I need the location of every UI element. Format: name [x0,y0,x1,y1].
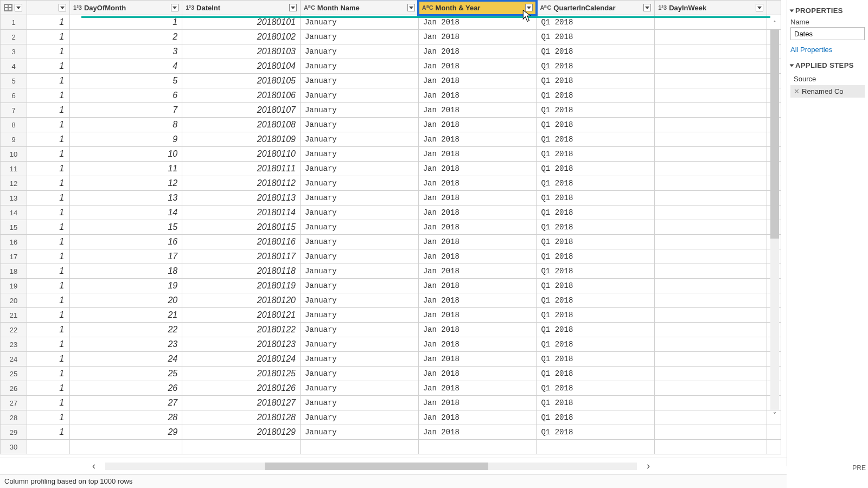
scroll-thumb[interactable] [770,29,779,239]
cell-quarter[interactable]: Q1 2018 [537,176,655,191]
cell-quarter[interactable]: Q1 2018 [537,118,655,132]
cell-prev-col[interactable]: 1 [27,396,70,410]
cell-dayinweek[interactable] [655,308,767,323]
cell-dayofmonth[interactable]: 24 [70,352,182,367]
cell-monthname[interactable]: January [300,176,418,191]
cell-dateint[interactable]: 20180124 [182,352,301,367]
cell-dayinweek[interactable] [655,30,767,44]
applied-step-source[interactable]: Source [790,73,865,85]
filter-dropdown-icon[interactable] [289,4,297,11]
cell-monthname[interactable]: January [300,323,418,337]
table-row[interactable]: 2112120180121JanuaryJan 2018Q1 2018 [1,308,781,323]
table-row[interactable]: 1311320180113JanuaryJan 2018Q1 2018 [1,191,781,206]
cell-dayofmonth[interactable]: 17 [70,249,182,264]
table-row[interactable]: 2212220180122JanuaryJan 2018Q1 2018 [1,323,781,337]
cell-prev-col[interactable]: 1 [27,191,70,206]
cell-dayinweek[interactable] [655,44,767,59]
cell-monthyear[interactable]: Jan 2018 [418,132,537,147]
cell-quarter[interactable]: Q1 2018 [537,293,655,308]
cell-quarter[interactable]: Q1 2018 [537,352,655,367]
cell-monthname[interactable]: January [300,206,418,220]
cell-dayinweek[interactable] [655,249,767,264]
cell-quarter[interactable]: Q1 2018 [537,381,655,396]
cell-dayinweek[interactable] [655,118,767,132]
cell-prev-col[interactable]: 1 [27,367,70,381]
cell-quarter[interactable]: Q1 2018 [537,396,655,410]
cell-dayofmonth[interactable]: 21 [70,308,182,323]
cell-dayofmonth[interactable]: 22 [70,323,182,337]
cell-monthyear[interactable]: Jan 2018 [418,162,537,176]
cell-dateint[interactable]: 20180121 [182,308,301,323]
cell-monthname[interactable]: January [300,59,418,74]
cell-dayinweek[interactable] [655,440,767,454]
cell-dayofmonth[interactable]: 4 [70,59,182,74]
table-row[interactable]: 41420180104JanuaryJan 2018Q1 2018 [1,59,781,74]
table-row[interactable]: 1011020180110JanuaryJan 2018Q1 2018 [1,147,781,162]
cell-quarter[interactable]: Q1 2018 [537,323,655,337]
cell-monthname[interactable]: January [300,396,418,410]
cell-dayofmonth[interactable]: 19 [70,279,182,293]
cell-monthyear[interactable]: Jan 2018 [418,220,537,235]
cell-dayofmonth[interactable] [70,440,182,454]
table-row[interactable]: 2812820180128JanuaryJan 2018Q1 2018 [1,410,781,425]
cell-dayinweek[interactable] [655,191,767,206]
filter-dropdown-icon[interactable] [171,4,178,11]
cell-dateint[interactable]: 20180117 [182,249,301,264]
cell-dayinweek[interactable] [655,103,767,118]
cell-prev-col[interactable]: 1 [27,249,70,264]
cell-dateint[interactable]: 20180129 [182,425,301,440]
table-row[interactable]: 2012020180120JanuaryJan 2018Q1 2018 [1,293,781,308]
cell-monthyear[interactable]: Jan 2018 [418,352,537,367]
cell-quarter[interactable] [537,440,655,454]
cell-prev-col[interactable]: 1 [27,147,70,162]
cell-dateint[interactable]: 20180109 [182,132,301,147]
cell-dayofmonth[interactable]: 18 [70,264,182,279]
cell-prev-col[interactable]: 1 [27,337,70,352]
cell-dayinweek[interactable] [655,59,767,74]
cell-quarter[interactable]: Q1 2018 [537,74,655,88]
applied-step-renamed-columns[interactable]: ✕ Renamed Co [790,85,865,98]
properties-section-header[interactable]: PROPERTIES [790,7,865,15]
cell-quarter[interactable]: Q1 2018 [537,147,655,162]
cell-monthyear[interactable]: Jan 2018 [418,367,537,381]
cell-dateint[interactable]: 20180126 [182,381,301,396]
cell-dateint[interactable]: 20180103 [182,44,301,59]
cell-dayofmonth[interactable]: 26 [70,381,182,396]
cell-dayinweek[interactable] [655,264,767,279]
table-row[interactable]: 2512520180125JanuaryJan 2018Q1 2018 [1,367,781,381]
cell-monthyear[interactable]: Jan 2018 [418,308,537,323]
cell-dayofmonth[interactable]: 8 [70,118,182,132]
cell-monthname[interactable]: January [300,162,418,176]
cell-dayinweek[interactable] [655,176,767,191]
cell-monthyear[interactable]: Jan 2018 [418,44,537,59]
filter-dropdown-icon[interactable] [756,4,763,11]
cell-dateint[interactable]: 20180123 [182,337,301,352]
vertical-scrollbar[interactable]: ˄ ˅ [770,20,779,420]
cell-dayofmonth[interactable]: 29 [70,425,182,440]
cell-quarter[interactable]: Q1 2018 [537,425,655,440]
cell-monthname[interactable]: January [300,235,418,249]
cell-monthyear[interactable]: Jan 2018 [418,30,537,44]
cell-quarter[interactable]: Q1 2018 [537,337,655,352]
cell-monthname[interactable]: January [300,147,418,162]
cell-dayinweek[interactable] [655,337,767,352]
cell-prev-col[interactable]: 1 [27,410,70,425]
table-row[interactable]: 2612620180126JanuaryJan 2018Q1 2018 [1,381,781,396]
table-row[interactable]: 1611620180116JanuaryJan 2018Q1 2018 [1,235,781,249]
cell-dateint[interactable]: 20180107 [182,103,301,118]
cell-monthyear[interactable]: Jan 2018 [418,381,537,396]
cell-dayofmonth[interactable]: 11 [70,162,182,176]
cell-dateint[interactable]: 20180110 [182,147,301,162]
cell-prev-col[interactable]: 1 [27,352,70,367]
cell-monthyear[interactable]: Jan 2018 [418,88,537,103]
cell-quarter[interactable]: Q1 2018 [537,30,655,44]
cell-dayinweek[interactable] [655,162,767,176]
column-header-dayofmonth[interactable]: 1²3 DayOfMonth [70,1,182,15]
cell-prev-col[interactable]: 1 [27,264,70,279]
filter-dropdown-icon[interactable] [643,4,651,11]
cell-prev-col[interactable]: 1 [27,118,70,132]
cell-monthyear[interactable]: Jan 2018 [418,147,537,162]
table-row[interactable]: 71720180107JanuaryJan 2018Q1 2018 [1,103,781,118]
cell-dayofmonth[interactable]: 15 [70,220,182,235]
cell-dateint[interactable]: 20180102 [182,30,301,44]
